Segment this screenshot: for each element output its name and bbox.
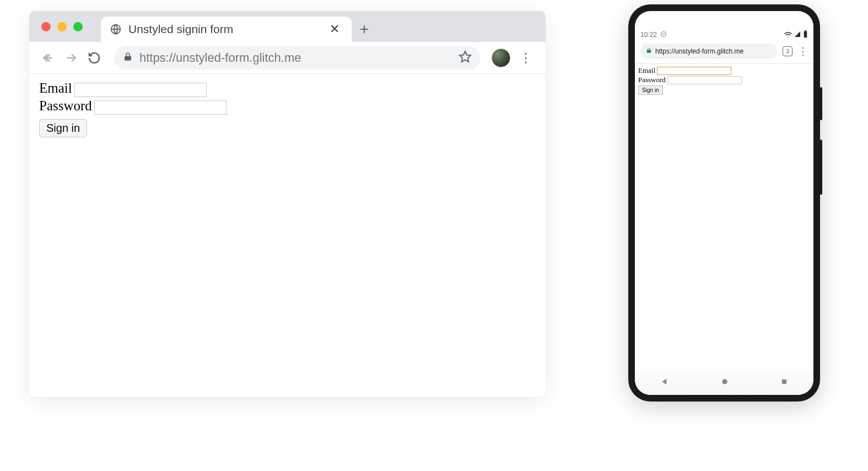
status-time: 10:22 [640,31,657,39]
email-label: Email [39,81,72,95]
forward-button[interactable] [62,49,80,67]
email-field[interactable] [74,83,207,97]
email-label: Email [638,66,655,75]
lock-icon [123,52,133,64]
overflow-menu-icon[interactable]: ⋮ [798,45,808,57]
android-nav-bar [635,371,813,395]
svg-rect-3 [804,31,807,38]
svg-rect-6 [782,379,786,384]
mobile-device: 10:22 [628,4,820,402]
overflow-menu-icon[interactable]: ⋮ [516,50,536,66]
password-field[interactable] [94,100,227,115]
back-button[interactable] [39,49,57,67]
bookmark-star-icon[interactable] [459,50,472,66]
nav-back-button[interactable] [660,377,669,388]
tab-count-button[interactable]: 3 [783,46,792,56]
signal-icon [794,31,801,39]
reload-button[interactable] [85,49,103,67]
status-bar: 10:22 [635,28,813,42]
do-not-disturb-icon [660,31,667,39]
mobile-address-bar[interactable]: https://unstyled-form.glitch.me [640,44,777,59]
battery-icon [803,30,808,40]
svg-rect-4 [805,30,806,31]
mobile-toolbar: https://unstyled-form.glitch.me 3 ⋮ [635,42,813,64]
globe-icon [110,23,122,35]
password-label: Password [638,76,666,84]
url-text: https://unstyled-form.glitch.me [139,51,301,65]
svg-point-5 [722,379,727,384]
svg-marker-1 [460,51,471,62]
mobile-url-text: https://unstyled-form.glitch.me [655,47,743,55]
window-minimize-button[interactable] [57,22,67,31]
tab-title: Unstyled signin form [128,23,320,36]
email-field[interactable] [657,67,731,75]
profile-avatar[interactable] [492,49,510,67]
address-bar[interactable]: https://unstyled-form.glitch.me [114,46,481,69]
close-tab-button[interactable]: ✕ [326,22,343,36]
lock-icon [646,47,652,55]
window-controls [41,22,83,31]
page-content: Email Password Sign in [29,74,546,145]
nav-home-button[interactable] [720,377,729,388]
password-label: Password [39,98,92,113]
desktop-browser: Unstyled signin form ✕ + https://unstyle… [29,11,546,397]
password-field[interactable] [667,76,742,84]
signin-button[interactable]: Sign in [638,85,663,95]
window-maximize-button[interactable] [73,22,83,31]
wifi-icon [784,31,792,39]
mobile-page-content: Email Password Sign in [635,64,813,98]
mobile-screen: 10:22 [635,11,813,395]
signin-button[interactable]: Sign in [39,119,87,137]
tab-strip: Unstyled signin form ✕ + [29,11,546,42]
browser-toolbar: https://unstyled-form.glitch.me ⋮ [29,42,546,74]
nav-recent-button[interactable] [780,378,788,388]
browser-tab[interactable]: Unstyled signin form ✕ [101,17,352,42]
new-tab-button[interactable]: + [352,17,377,42]
window-close-button[interactable] [41,22,51,31]
